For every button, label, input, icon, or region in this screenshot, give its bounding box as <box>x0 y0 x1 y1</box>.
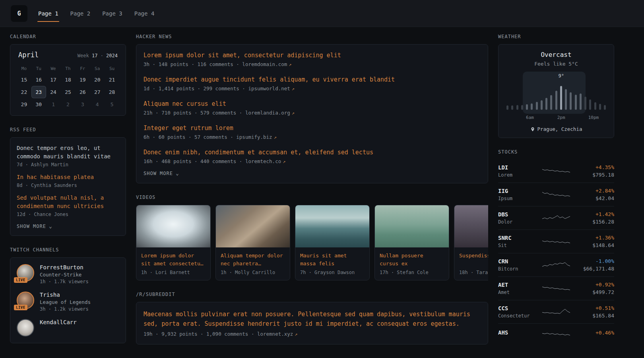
page-tab[interactable]: Page 2 <box>70 0 91 27</box>
rss-widget: RSS FEED Donec tempor eros leo, ut commo… <box>10 127 126 236</box>
rss-item-link[interactable]: Sed volutpat nulla nisl, a condimentum n… <box>17 194 119 210</box>
calendar-days-grid: 1516171819202122232425262728293012345 <box>17 74 119 111</box>
rss-item-link[interactable]: Donec tempor eros leo, ut commodo mauris… <box>17 144 119 161</box>
weather-feels-like: Feels like 5°C <box>506 61 607 67</box>
page-tabs: Page 1 Page 2 Page 3 Page 4 <box>37 0 155 27</box>
video-card[interactable]: Nullam posuere cursus ex 17h · Stefan Co… <box>374 205 449 280</box>
stock-row[interactable]: AET Amet +0.92% $499.72 <box>498 276 614 300</box>
twitch-channel[interactable]: LIVE Trisha League of Legends 3h · 1.2k … <box>17 292 119 312</box>
weather-bar <box>545 98 547 110</box>
calendar-day: 17 <box>46 74 61 86</box>
calendar-day: 28 <box>105 86 119 98</box>
channel-game: Counter-Strike <box>40 272 89 278</box>
stock-symbol: CRN <box>498 258 542 265</box>
hackernews-item: Integer eget rutrum lorem 6h · 60 points… <box>144 124 481 140</box>
stock-name: Bitcorn <box>498 266 542 272</box>
hackernews-domain-link[interactable]: loremlandia.org↗ <box>245 110 295 116</box>
twitch-channel[interactable]: LIVE KendallCarr <box>17 319 119 337</box>
subreddit-post: Maecenas mollis pulvinar erat non posuer… <box>144 309 481 337</box>
weather-bar <box>560 86 562 110</box>
video-card[interactable]: Lorem ipsum dolor sit amet consectetu… 1… <box>136 205 211 280</box>
video-card[interactable]: Aliquam tempor dolor nec pharetra… 1h · … <box>215 205 290 280</box>
stock-row[interactable]: CRN Bitcorn -1.00% $66,171.48 <box>498 253 614 276</box>
calendar-weekday: Th <box>61 64 76 74</box>
twitch-channel[interactable]: LIVE ForrestBurton Counter-Strike 1h · 1… <box>17 264 119 284</box>
subreddit-post-link[interactable]: Maecenas mollis pulvinar erat non posuer… <box>144 309 481 329</box>
hackernews-item: Aliquam nec cursus elit 21h · 710 points… <box>144 100 481 116</box>
weather-bar <box>516 105 518 110</box>
page-tab[interactable]: Page 4 <box>134 0 155 27</box>
videos-widget: VIDEOS Lorem ipsum dolor sit amet consec… <box>136 195 488 280</box>
weather-bar <box>604 105 606 110</box>
rss-item: In hac habitasse platea 8d · Cynthia Sau… <box>17 173 119 188</box>
stock-sparkline <box>542 329 570 338</box>
videos-row: Lorem ipsum dolor sit amet consectetu… 1… <box>136 205 488 280</box>
page-tab[interactable]: Page 3 <box>101 0 123 27</box>
left-column: CALENDAR April Week 17 · 2024 MoTuWeThFr… <box>10 34 126 354</box>
weather-location-text: Prague, Czechia <box>537 126 582 132</box>
hackernews-story-link[interactable]: Lorem ipsum dolor sit amet, consectetur … <box>144 51 341 60</box>
hackernews-show-more-button[interactable]: SHOW MORE ⌄ <box>144 171 179 176</box>
calendar-day: 3 <box>75 98 90 111</box>
hackernews-story-link[interactable]: Donec imperdiet augue tincidunt felis al… <box>144 76 395 84</box>
weather-bar <box>506 105 508 110</box>
video-thumbnail <box>216 205 290 247</box>
stock-row[interactable]: CCS Consectetur +0.51% $165.84 <box>498 300 614 323</box>
video-card[interactable]: Suspendisse diam 18h · Tara <box>454 205 488 280</box>
stock-change: +0.92% <box>570 282 614 288</box>
hackernews-story-meta: 3h · 148 points · 116 comments · loremdo… <box>144 61 481 67</box>
page-tab[interactable]: Page 1 <box>37 0 59 27</box>
stock-row[interactable]: IIG Ipsum +2.84% $42.04 <box>498 183 614 206</box>
external-link-icon: ↗ <box>289 62 291 67</box>
stock-row[interactable]: SNRC Sit +1.36% $148.64 <box>498 230 614 253</box>
hackernews-section-title: HACKER NEWS <box>136 34 488 39</box>
calendar-month: April <box>18 51 39 59</box>
stocks-list: LDI Lorem +4.35% $795.18 IIG Ipsum <box>498 160 614 343</box>
video-thumbnail <box>375 205 449 247</box>
app-logo[interactable]: G <box>11 5 27 22</box>
calendar-day: 25 <box>61 86 76 98</box>
rss-show-more-button[interactable]: SHOW MORE ⌄ <box>17 224 52 229</box>
calendar-day: 2 <box>61 98 76 111</box>
stock-row[interactable]: AHS +0.46% <box>498 323 614 343</box>
channel-viewers: 1h · 1.7k viewers <box>40 279 89 284</box>
video-thumbnail <box>454 205 488 247</box>
rss-item: Sed volutpat nulla nisl, a condimentum n… <box>17 194 119 217</box>
channel-name: KendallCarr <box>40 319 77 325</box>
video-card[interactable]: Mauris sit amet massa felis 7h · Grayson… <box>295 205 370 280</box>
hackernews-domain-link[interactable]: loremdomain.com↗ <box>242 61 291 67</box>
stock-name: Ipsum <box>498 196 542 201</box>
hackernews-story-link[interactable]: Integer eget rutrum lorem <box>144 124 233 132</box>
chevron-down-icon: ⌄ <box>49 225 52 228</box>
hackernews-story-meta: 21h · 710 points · 579 comments · loreml… <box>144 110 481 116</box>
stock-symbol: CCS <box>498 305 542 311</box>
hackernews-domain-link[interactable]: ipsumify.biz↗ <box>236 134 277 140</box>
stock-row[interactable]: LDI Lorem +4.35% $795.18 <box>498 160 614 183</box>
calendar-day: 18 <box>61 74 76 86</box>
external-link-icon: ↗ <box>274 134 277 140</box>
hackernews-domain-link[interactable]: loremtech.co↗ <box>245 158 286 164</box>
stock-sparkline <box>542 190 570 199</box>
calendar-weekday: Fr <box>75 64 90 74</box>
subreddit-widget: /R/SUBREDDIT Maecenas mollis pulvinar er… <box>136 292 488 344</box>
calendar-day: 4 <box>90 98 105 111</box>
stock-change: +0.46% <box>570 330 614 336</box>
hackernews-domain-link[interactable]: ipsumworld.net↗ <box>248 86 295 91</box>
weather-bar <box>536 102 538 110</box>
weather-hourly-chart: 9° <box>506 72 607 111</box>
stock-row[interactable]: DBS Dolor +1.42% $156.28 <box>498 206 614 230</box>
video-title: Mauris sit amet massa felis <box>300 252 365 268</box>
stock-change: +2.84% <box>570 188 614 194</box>
rss-item-link[interactable]: In hac habitasse platea <box>17 173 119 181</box>
calendar-card: April Week 17 · 2024 MoTuWeThFrSaSu 1516… <box>10 44 126 116</box>
live-badge: LIVE <box>14 305 27 310</box>
stock-price: $156.28 <box>570 219 614 225</box>
hackernews-story-link[interactable]: Aliquam nec cursus elit <box>144 100 226 108</box>
hackernews-story-link[interactable]: Donec enim nibh, condimentum et accumsan… <box>144 148 373 157</box>
subreddit-domain-link[interactable]: loremnet.xyz↗ <box>257 331 298 337</box>
chevron-down-icon: ⌄ <box>176 172 179 175</box>
stock-change: +1.36% <box>570 235 614 241</box>
hackernews-story-meta: 16h · 468 points · 440 comments · loremt… <box>144 158 481 164</box>
hackernews-item: Donec enim nibh, condimentum et accumsan… <box>144 148 481 164</box>
external-link-icon: ↗ <box>295 331 297 337</box>
